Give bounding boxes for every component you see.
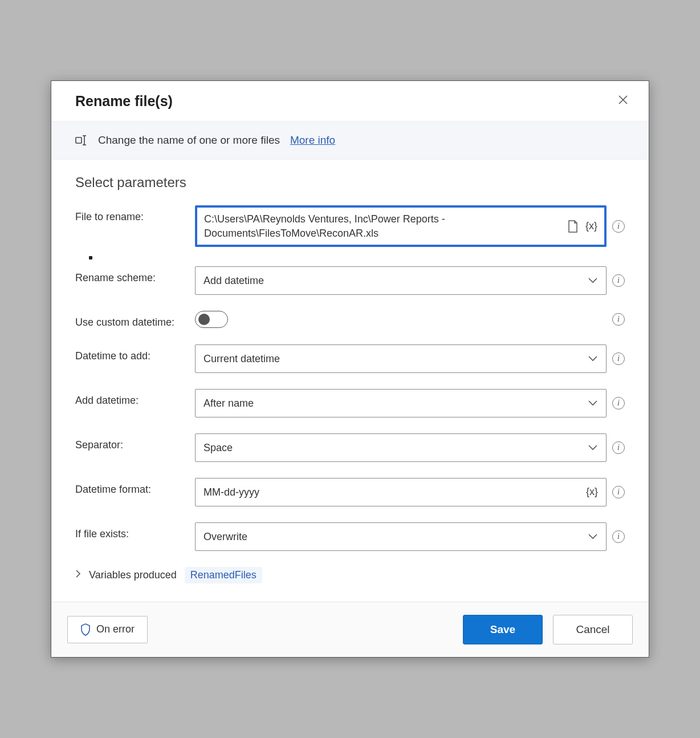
info-icon[interactable]: i xyxy=(612,441,625,454)
variable-token-button[interactable]: {x} xyxy=(585,220,597,232)
rename-files-dialog: Rename file(s) Change the name of one or… xyxy=(51,80,649,658)
toggle-knob xyxy=(198,314,210,325)
info-icon[interactable]: i xyxy=(612,486,625,498)
field-file-to-rename: File to rename: C:\Users\PA\Reynolds Ven… xyxy=(75,205,625,247)
value-add-datetime: After name xyxy=(204,396,588,410)
field-if-file-exists: If file exists: Overwrite i xyxy=(75,522,625,551)
value-datetime-to-add: Current datetime xyxy=(204,352,588,366)
variables-produced-row: Variables produced RenamedFiles xyxy=(75,567,625,583)
variables-produced-label: Variables produced xyxy=(89,569,177,581)
chevron-down-icon xyxy=(588,441,598,453)
footer-actions: Save Cancel xyxy=(463,615,633,644)
dialog-title: Rename file(s) xyxy=(75,93,173,110)
close-button[interactable] xyxy=(613,91,633,111)
description-bar: Change the name of one or more files Mor… xyxy=(51,121,649,160)
field-separator: Separator: Space i xyxy=(75,433,625,462)
input-file-to-rename[interactable]: C:\Users\PA\Reynolds Ventures, Inc\Power… xyxy=(195,205,607,247)
field-datetime-format: Datetime format: MM-dd-yyyy {x} i xyxy=(75,478,625,506)
svg-rect-2 xyxy=(76,137,82,143)
file-picker-icon[interactable] xyxy=(567,220,579,233)
value-rename-scheme: Add datetime xyxy=(204,274,588,287)
bullet-dot xyxy=(89,256,92,259)
field-rename-scheme: Rename scheme: Add datetime i xyxy=(75,266,625,295)
cancel-button[interactable]: Cancel xyxy=(553,615,633,644)
info-icon[interactable]: i xyxy=(612,530,625,543)
toggle-use-custom-datetime[interactable] xyxy=(195,311,228,328)
select-rename-scheme[interactable]: Add datetime xyxy=(195,266,607,295)
rename-action-icon xyxy=(75,135,90,146)
info-icon[interactable]: i xyxy=(612,397,625,409)
more-info-link[interactable]: More info xyxy=(290,134,335,147)
label-use-custom-datetime: Use custom datetime: xyxy=(75,311,195,329)
description-text: Change the name of one or more files xyxy=(98,134,280,147)
value-separator: Space xyxy=(204,441,588,455)
select-add-datetime[interactable]: After name xyxy=(195,389,607,417)
info-icon[interactable]: i xyxy=(612,274,625,287)
label-separator: Separator: xyxy=(75,433,195,451)
label-add-datetime: Add datetime: xyxy=(75,389,195,407)
chevron-down-icon xyxy=(588,530,598,542)
section-title: Select parameters xyxy=(75,175,625,190)
select-separator[interactable]: Space xyxy=(195,433,607,462)
chevron-down-icon xyxy=(588,397,598,409)
value-datetime-format: MM-dd-yyyy xyxy=(204,485,580,499)
label-datetime-format: Datetime format: xyxy=(75,478,195,496)
chevron-down-icon xyxy=(588,274,598,286)
variable-pill[interactable]: RenamedFiles xyxy=(185,567,262,583)
label-if-file-exists: If file exists: xyxy=(75,522,195,540)
chevron-down-icon xyxy=(588,352,598,364)
select-datetime-to-add[interactable]: Current datetime xyxy=(195,344,607,373)
dialog-body: Select parameters File to rename: C:\Use… xyxy=(51,160,649,602)
title-bar: Rename file(s) xyxy=(51,81,649,121)
info-icon[interactable]: i xyxy=(612,352,625,365)
field-datetime-to-add: Datetime to add: Current datetime i xyxy=(75,344,625,373)
input-datetime-format[interactable]: MM-dd-yyyy {x} xyxy=(195,478,607,506)
select-if-file-exists[interactable]: Overwrite xyxy=(195,522,607,551)
info-icon[interactable]: i xyxy=(612,313,625,326)
shield-icon xyxy=(80,623,91,636)
value-if-file-exists: Overwrite xyxy=(204,530,588,544)
label-datetime-to-add: Datetime to add: xyxy=(75,344,195,362)
close-icon xyxy=(618,95,628,105)
label-file-to-rename: File to rename: xyxy=(75,205,195,223)
chevron-right-icon[interactable] xyxy=(75,569,81,581)
info-icon[interactable]: i xyxy=(612,220,625,233)
dialog-footer: On error Save Cancel xyxy=(51,602,649,657)
on-error-button[interactable]: On error xyxy=(67,616,148,643)
variable-token-button[interactable]: {x} xyxy=(586,486,598,498)
field-use-custom-datetime: Use custom datetime: i xyxy=(75,311,625,329)
value-file-to-rename: C:\Users\PA\Reynolds Ventures, Inc\Power… xyxy=(204,212,561,240)
on-error-label: On error xyxy=(96,623,135,635)
field-add-datetime: Add datetime: After name i xyxy=(75,389,625,417)
label-rename-scheme: Rename scheme: xyxy=(75,266,195,284)
save-button[interactable]: Save xyxy=(463,615,543,644)
